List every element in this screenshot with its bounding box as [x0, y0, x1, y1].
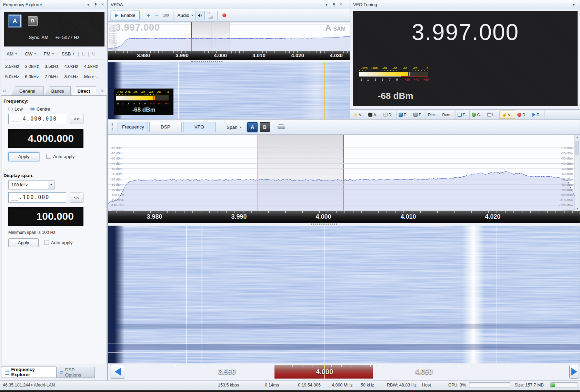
frequency-auto-apply-label[interactable]: Auto-apply: [53, 154, 74, 159]
mode-am-button[interactable]: AM▼: [4, 51, 19, 57]
tab-direct[interactable]: Direct: [71, 86, 96, 95]
close-icon[interactable]: ×: [101, 0, 104, 9]
frequency-input[interactable]: ___4.000.000: [8, 114, 66, 124]
main-waterfall[interactable]: [108, 226, 580, 363]
vfo-b-button[interactable]: B: [28, 16, 38, 26]
span-preset-select[interactable]: 100 kHz ▼: [8, 180, 54, 189]
passband-drag-indicator[interactable]: [191, 61, 222, 62]
bandwidth-button[interactable]: 8.0kHz: [64, 73, 84, 81]
dock-button-6[interactable]: Rem...: [440, 111, 455, 119]
frequency-back-button[interactable]: <<: [70, 114, 83, 124]
signal-bar: [116, 96, 169, 100]
document-icon: [5, 370, 9, 375]
speaker-mute-button[interactable]: [196, 11, 205, 20]
dock-button-5[interactable]: Dire...: [426, 111, 440, 119]
spectrum-scrollbar[interactable]: ▲ ▼: [574, 135, 580, 211]
main-spectrum[interactable]: -10 dBm-20 dBm-30 dBm-40 dBm-50 dBm-60 d…: [108, 135, 580, 211]
bandwidth-button[interactable]: 7.0kHz: [44, 73, 64, 81]
axis-label: 4.030: [330, 52, 343, 58]
vfoa-header: VFOA ▼ ×: [108, 0, 350, 9]
vfoa-frequency-axis[interactable]: 3.9803.9904.0004.0104.0204.030: [108, 51, 350, 60]
record-icon[interactable]: [222, 13, 226, 17]
axis-label: 4.010: [252, 52, 266, 58]
pin-icon[interactable]: [94, 3, 97, 7]
centre-radio[interactable]: [30, 107, 35, 111]
zoom-in-button[interactable]: +: [144, 12, 153, 19]
enable-button[interactable]: Enable: [111, 11, 140, 20]
chevron-down-icon[interactable]: ▼: [572, 0, 576, 9]
dock-button-9[interactable]: L...: [486, 111, 500, 119]
db-tick-label: -110 dBm: [111, 198, 124, 202]
mode-fm-button[interactable]: FM▼: [42, 51, 56, 57]
span-apply-button[interactable]: Apply: [8, 238, 39, 247]
dock-button-0[interactable]: ⚡V...: [351, 111, 366, 119]
chevron-down-icon[interactable]: ▼: [325, 0, 328, 9]
tab-dsp-options[interactable]: DSP Options: [149, 122, 182, 132]
centre-radio-label[interactable]: Centre: [37, 106, 50, 112]
pin-icon[interactable]: [332, 3, 336, 7]
band-right-button[interactable]: [569, 365, 579, 379]
span-auto-apply-checkbox[interactable]: [44, 240, 49, 245]
bandwidth-button[interactable]: 4.0kHz: [64, 62, 84, 71]
mode-ssb-button[interactable]: SSB▼: [60, 51, 77, 57]
bandwidth-button[interactable]: 3.0kHz: [25, 62, 44, 71]
span-input[interactable]: __.100.000: [8, 192, 66, 203]
span-auto-apply-label[interactable]: Auto-apply: [51, 240, 72, 245]
dock-button-3[interactable]: E...: [397, 111, 412, 119]
dock-button-7[interactable]: F...: [456, 111, 470, 119]
tab-dsp-options[interactable]: π DSP Options: [56, 367, 95, 378]
scroll-tabs-left-icon[interactable]: ◁: [2, 89, 5, 93]
globe-icon: [472, 113, 476, 117]
dock-button-4[interactable]: F...: [412, 111, 426, 119]
bandwidth-button[interactable]: 5.0kHz: [5, 73, 25, 81]
printer-icon[interactable]: [278, 124, 285, 130]
dock-button-2[interactable]: D...: [382, 111, 397, 119]
vfo-b-select-button[interactable]: B: [260, 122, 270, 132]
grip-icon[interactable]: [111, 123, 113, 131]
bandwidth-button[interactable]: 6.0kHz: [25, 73, 44, 81]
low-radio[interactable]: [8, 107, 13, 111]
frequency-auto-apply-checkbox[interactable]: [46, 154, 51, 159]
mode-lsb-button[interactable]: L: [80, 51, 87, 57]
dock-button-1[interactable]: A...: [367, 111, 381, 119]
dock-button-12[interactable]: D...: [531, 111, 544, 119]
explorer-tabstrip: ◁ General Bands Direct ▷: [0, 85, 108, 95]
tab-frequency-explorer[interactable]: Frequency Explorer: [1, 366, 56, 378]
bandwidth-button[interactable]: 2.5kHz: [5, 62, 25, 71]
dock-button-11[interactable]: D...: [516, 111, 530, 119]
dock-button-8[interactable]: C...: [470, 111, 485, 119]
zoom-out-button[interactable]: −: [153, 12, 161, 19]
band-left-button[interactable]: [110, 365, 125, 379]
db-tick-label: -90 dBm: [111, 188, 122, 192]
mode-usb-button[interactable]: U: [90, 51, 98, 57]
passband-drag-indicator[interactable]: [311, 224, 337, 225]
tab-vfo-tuning[interactable]: VFO Tuning: [183, 122, 216, 132]
bandwidth-button[interactable]: 3.5kHz: [44, 62, 64, 71]
bandwidth-button[interactable]: 4.5kHz: [84, 62, 104, 71]
vfoa-spectrum[interactable]: 3.997.000 ASAM -10 dBm-20 dBm-30 dBm-40 …: [108, 22, 350, 51]
audio-dropdown[interactable]: Audio▼: [176, 13, 196, 18]
tab-general[interactable]: General: [11, 86, 44, 95]
tab-bands[interactable]: Bands: [44, 86, 71, 95]
scroll-tabs-right-icon[interactable]: ▷: [101, 89, 104, 93]
db-tick-label: -50 dBm: [561, 167, 573, 171]
tuned-frequency-readout[interactable]: 3.997.000: [353, 19, 578, 45]
vfo-a-button[interactable]: A: [9, 15, 21, 27]
tab-frequency[interactable]: Frequency: [118, 122, 148, 132]
chevron-down-icon[interactable]: ▼: [87, 0, 90, 9]
vfo-a-select-button[interactable]: A: [247, 122, 258, 132]
span-dropdown[interactable]: Span▼: [223, 122, 245, 132]
span-back-button[interactable]: <<: [70, 193, 83, 203]
low-radio-label[interactable]: Low: [14, 106, 23, 112]
vfo-tuning-display[interactable]: 3.997.000 -120 -100 -80 -60 -40 -20 0 S …: [353, 11, 578, 106]
dock-button-10[interactable]: ☝V...: [500, 111, 515, 119]
mode-cw-button[interactable]: CW▼: [23, 51, 38, 57]
bandwidth-more-button[interactable]: More...: [84, 73, 104, 81]
band-navigation-bar: 3.9504.0004.050: [108, 364, 580, 380]
volume-slider[interactable]: 75: [206, 11, 215, 20]
close-icon[interactable]: ×: [340, 0, 342, 9]
vfoa-waterfall[interactable]: -120 -100 -80 -60 -40 -20 0 S 1 3 5 7 9 …: [108, 62, 350, 119]
main-frequency-axis[interactable]: 3.9803.9904.0004.0104.020: [108, 211, 580, 223]
frequency-apply-button[interactable]: Apply: [8, 152, 39, 161]
band-overview-track[interactable]: 3.9504.0004.050: [127, 365, 568, 379]
